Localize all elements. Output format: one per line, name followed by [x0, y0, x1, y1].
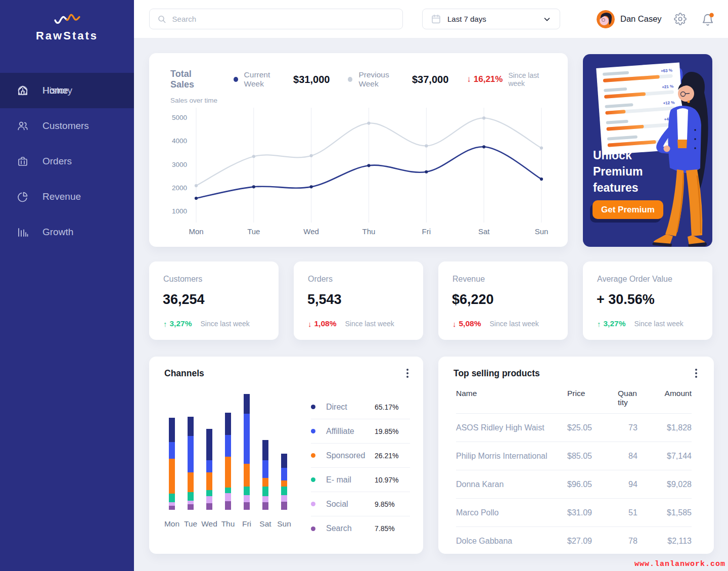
search-icon — [157, 14, 167, 25]
svg-text:4000: 4000 — [172, 137, 187, 145]
bar-category-label: Thu — [221, 519, 235, 529]
settings-button[interactable] — [674, 13, 687, 27]
bar-stack — [244, 394, 250, 510]
svg-text:Sat: Sat — [478, 227, 490, 236]
arrow-down-icon: ↓ — [308, 320, 312, 328]
sales-delta: ↓ 16,21% Since last week — [467, 71, 553, 87]
panel-percentage-label: +56 % — [665, 133, 677, 138]
table-cell: $25.05 — [567, 414, 618, 442]
svg-text:Tue: Tue — [247, 227, 260, 236]
svg-text:3000: 3000 — [172, 161, 187, 168]
logo: RawStats — [0, 13, 134, 42]
kebab-menu-icon[interactable] — [403, 369, 412, 379]
panel-percentage-label: +12 % — [663, 100, 674, 106]
table-cell: $7,144 — [648, 442, 692, 470]
avatar-image — [597, 10, 615, 28]
calendar-icon — [431, 14, 441, 24]
current-week-dot-icon — [234, 77, 238, 82]
bar-segment-affilliate — [281, 468, 287, 480]
table-row: Dolce Gabbana$27.0978$2,113 — [456, 527, 692, 555]
legend-label: Affilliate — [326, 427, 375, 436]
gear-icon — [674, 13, 687, 25]
legend-previous-week: Previous Week $37,000 — [348, 70, 448, 89]
bar-segment-direct — [169, 418, 175, 442]
date-range-select[interactable]: Last 7 days — [422, 9, 560, 29]
search-box[interactable] — [149, 9, 403, 29]
legend-label: Search — [326, 524, 375, 533]
bar-segment-sponsored — [206, 472, 212, 490]
bar-column: Tue — [182, 396, 199, 529]
bar-category-label: Fri — [242, 519, 251, 529]
bar-segment-sponsored — [244, 464, 250, 487]
sales-delta-value: 16,21% — [474, 74, 503, 84]
bar-segment-affilliate — [244, 414, 250, 464]
bar-column: Wed — [201, 396, 218, 529]
bar-stack — [281, 454, 287, 510]
bar-segment-affilliate — [188, 436, 194, 472]
table-cell: $1,585 — [648, 499, 692, 527]
current-week-value: $31,000 — [293, 74, 330, 85]
premium-title: Unlock Premium features — [593, 147, 659, 196]
premium-card: +63 %+21 %+12 %+47 %+56 % Unlock Premium… — [583, 54, 712, 247]
legend-item: Affilliate19.85% — [311, 419, 410, 444]
svg-text:Thu: Thu — [362, 227, 376, 236]
bar-category-label: Mon — [164, 519, 179, 529]
top-selling-products-card: Top selling products Name Price Quantity… — [438, 357, 714, 554]
app-name: RawStats — [36, 29, 98, 42]
watermark: www.lanlanwork.com — [634, 560, 725, 568]
table-row: Philip Morris International$85.0584$7,14… — [456, 442, 692, 470]
bar-segment-social — [262, 496, 268, 502]
stat-delta: ↓ 5,08% Since last week — [452, 319, 539, 328]
previous-week-dot-icon — [348, 77, 352, 82]
table-cell: Donna Karan — [456, 470, 567, 499]
bar-segment-social — [281, 495, 287, 502]
channels-bar-chart: MonTueWedThuFriSatSun — [163, 396, 293, 529]
legend-dot-icon — [311, 502, 315, 506]
date-range-value: Last 7 days — [447, 15, 536, 23]
stat-label: Orders — [308, 275, 333, 284]
legend-percentage: 19.85% — [375, 427, 410, 435]
table-cell: 78 — [618, 527, 648, 555]
table-header-row: Name Price Quantity Amount — [456, 386, 692, 414]
bar-column: Mon — [163, 396, 180, 529]
stat-label: Customers — [163, 275, 202, 284]
legend-label: Direct — [326, 403, 375, 412]
stat-label: Average Order Value — [597, 275, 672, 284]
get-premium-button[interactable]: Get Premium — [593, 200, 663, 219]
kebab-menu-icon[interactable] — [692, 369, 701, 379]
total-sales-card: Total Sales Current Week $31,000 Previou… — [149, 53, 568, 247]
stat-label: Revenue — [452, 275, 485, 284]
bar-category-label: Sun — [277, 519, 291, 529]
svg-text:5000: 5000 — [172, 114, 187, 121]
bar-segment-direct — [281, 454, 287, 468]
svg-text:1000: 1000 — [172, 207, 187, 215]
stat-value: 5,543 — [307, 292, 342, 308]
bar-segment-search — [244, 502, 250, 510]
bar-segment-social — [206, 496, 212, 503]
sidebar-item-history[interactable]: History — [0, 73, 134, 108]
table-cell: Dolce Gabbana — [456, 527, 567, 555]
bar-segment-sponsored — [281, 480, 287, 487]
table-cell: $96.05 — [567, 470, 618, 499]
table-cell: Philip Morris International — [456, 442, 567, 470]
bar-column: Thu — [219, 396, 237, 529]
previous-week-value: $37,000 — [412, 74, 448, 85]
legend-dot-icon — [311, 405, 315, 409]
bar-category-label: Sat — [259, 519, 271, 529]
bar-stack — [262, 440, 268, 510]
arrow-up-icon: ↑ — [163, 320, 167, 328]
notification-dot — [709, 13, 714, 18]
table-row: ASOS Ridley High Waist$25.0573$1,828 — [456, 414, 692, 442]
chevron-down-icon — [542, 15, 552, 24]
avatar[interactable] — [597, 10, 615, 28]
legend-percentage: 26.21% — [375, 452, 410, 460]
sidebar-item-label: History — [42, 85, 72, 96]
bar-segment-email — [169, 494, 175, 502]
legend-label: E- mail — [326, 475, 375, 485]
legend-item: E- mail10.97% — [311, 468, 410, 492]
search-input[interactable] — [172, 15, 395, 23]
notifications-button[interactable] — [701, 13, 714, 27]
panel-percentage-label: +21 % — [662, 84, 673, 90]
bar-segment-email — [244, 487, 250, 495]
bar-category-label: Tue — [184, 519, 197, 529]
